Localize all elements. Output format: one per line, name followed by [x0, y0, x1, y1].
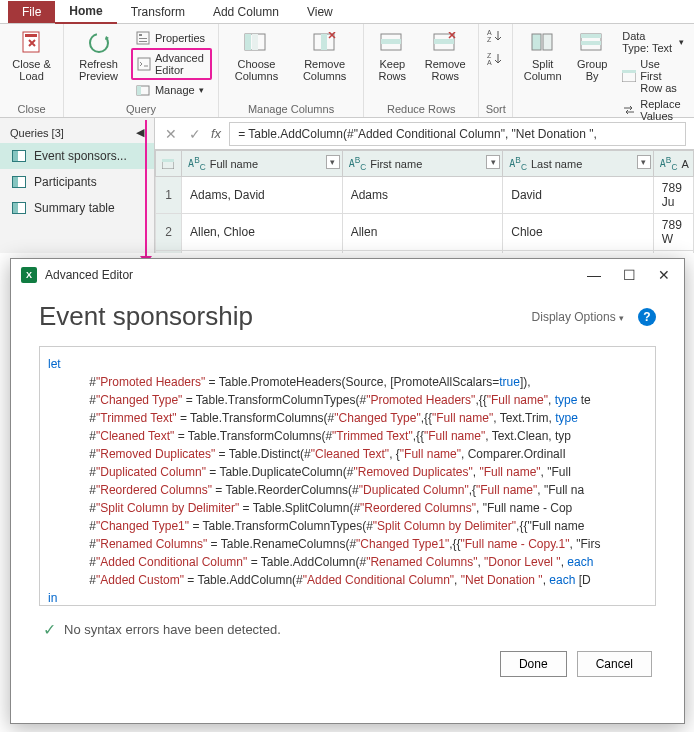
svg-rect-18 — [434, 39, 454, 44]
first-row-label: Use First Row as — [640, 58, 684, 94]
group-by-button[interactable]: Group By — [570, 28, 614, 84]
replace-icon — [622, 102, 636, 118]
advanced-editor-button[interactable]: Advanced Editor — [131, 48, 212, 80]
dialog-titlebar: X Advanced Editor — ☐ ✕ — [11, 259, 684, 291]
sort-desc-button[interactable]: ZA — [487, 51, 505, 70]
svg-rect-6 — [139, 41, 147, 42]
collapse-icon[interactable]: ◀ — [136, 126, 144, 139]
tab-add-column[interactable]: Add Column — [199, 1, 293, 23]
check-icon: ✓ — [43, 620, 56, 639]
choose-columns-button[interactable]: Choose Columns — [225, 28, 288, 84]
manage-button[interactable]: Manage ▾ — [131, 80, 212, 100]
refresh-preview-button[interactable]: Refresh Preview — [70, 28, 127, 84]
svg-text:A: A — [487, 29, 492, 36]
table-row[interactable]: 1Adams, DavidAdamsDavid789 Ju — [156, 177, 694, 214]
remove-columns-icon — [312, 30, 338, 56]
query-participants[interactable]: Participants — [0, 169, 154, 195]
svg-rect-24 — [543, 34, 552, 50]
table-row[interactable]: 2Allen, ChloeAllenChloe789 W — [156, 214, 694, 251]
first-row-icon — [622, 68, 636, 84]
table-icon — [12, 202, 26, 214]
col-header-lastname[interactable]: ABCLast name▾ — [503, 151, 654, 177]
query-label: Summary table — [34, 201, 115, 215]
query-summary-table[interactable]: Summary table — [0, 195, 154, 221]
close-load-button[interactable]: Close & Load — [6, 28, 57, 84]
annotation-arrow — [145, 120, 147, 260]
queries-header[interactable]: Queries [3] ◀ — [0, 122, 154, 143]
svg-rect-23 — [532, 34, 541, 50]
data-type-label: Data Type: Text — [622, 30, 675, 54]
status-text: No syntax errors have been detected. — [64, 622, 281, 637]
data-grid-area: ✕ ✓ fx = Table.AddColumn(#"Added Conditi… — [155, 118, 694, 253]
done-button[interactable]: Done — [500, 651, 567, 677]
minimize-button[interactable]: — — [583, 265, 605, 285]
svg-rect-5 — [139, 38, 147, 39]
svg-rect-12 — [252, 34, 258, 50]
table-icon — [12, 176, 26, 188]
svg-rect-26 — [581, 34, 601, 38]
fx-icon[interactable]: fx — [211, 126, 221, 141]
help-icon[interactable]: ? — [638, 308, 656, 326]
close-button[interactable]: ✕ — [654, 265, 674, 285]
refresh-label: Refresh Preview — [74, 58, 123, 82]
col-header-partial[interactable]: ABCA — [653, 151, 693, 177]
group-by-icon — [579, 30, 605, 56]
remove-rows-icon — [432, 30, 458, 56]
data-type-button[interactable]: Data Type: Text ▾ — [618, 28, 688, 56]
code-editor[interactable]: let #"Promoted Headers" = Table.PromoteH… — [39, 346, 656, 606]
col-header-fullname[interactable]: ABCFull name▾ — [182, 151, 343, 177]
close-load-icon — [19, 30, 45, 56]
tab-file[interactable]: File — [8, 1, 55, 23]
sort-asc-button[interactable]: AZ — [487, 28, 505, 47]
keep-rows-button[interactable]: Keep Rows — [370, 28, 414, 84]
group-sort-label: Sort — [485, 101, 506, 115]
svg-rect-7 — [138, 58, 150, 70]
tab-view[interactable]: View — [293, 1, 347, 23]
query-event-sponsors[interactable]: Event sponsors... — [0, 143, 154, 169]
table-icon — [12, 150, 26, 162]
properties-button[interactable]: Properties — [131, 28, 212, 48]
tab-home[interactable]: Home — [55, 0, 116, 24]
group-manage-columns-label: Manage Columns — [225, 101, 357, 115]
close-load-label: Close & Load — [10, 58, 53, 82]
keep-rows-label: Keep Rows — [374, 58, 410, 82]
svg-rect-16 — [381, 39, 401, 44]
choose-columns-label: Choose Columns — [229, 58, 284, 82]
query-label: Participants — [34, 175, 97, 189]
remove-columns-button[interactable]: Remove Columns — [292, 28, 357, 84]
first-row-headers-button[interactable]: Use First Row as — [618, 56, 688, 96]
svg-text:Z: Z — [487, 36, 492, 43]
tab-transform[interactable]: Transform — [117, 1, 199, 23]
cancel-button[interactable]: Cancel — [577, 651, 652, 677]
split-column-button[interactable]: Split Column — [519, 28, 566, 84]
remove-rows-button[interactable]: Remove Rows — [418, 28, 472, 84]
remove-rows-label: Remove Rows — [422, 58, 468, 82]
accept-icon[interactable]: ✓ — [187, 126, 203, 142]
svg-rect-29 — [622, 70, 636, 73]
formula-bar: ✕ ✓ fx = Table.AddColumn(#"Added Conditi… — [155, 118, 694, 150]
formula-input[interactable]: = Table.AddColumn(#"Added Conditional Co… — [229, 122, 686, 146]
table-row[interactable]: 3Anderson, MichaelAndersonMichael89 Bir — [156, 251, 694, 253]
ribbon-tabs: File Home Transform Add Column View — [0, 0, 694, 24]
group-query-label: Query — [70, 101, 212, 115]
data-grid: ABCFull name▾ ABCFirst name▾ ABCLast nam… — [155, 150, 694, 253]
remove-columns-label: Remove Columns — [296, 58, 353, 82]
svg-rect-1 — [25, 34, 37, 37]
filter-icon[interactable]: ▾ — [326, 155, 340, 169]
query-name-heading: Event sponsorship — [39, 301, 253, 332]
manage-label: Manage — [155, 84, 195, 96]
corner-cell[interactable] — [156, 151, 182, 177]
maximize-button[interactable]: ☐ — [619, 265, 640, 285]
filter-icon[interactable]: ▾ — [486, 155, 500, 169]
col-header-firstname[interactable]: ABCFirst name▾ — [342, 151, 503, 177]
queries-count-label: Queries [3] — [10, 127, 64, 139]
cancel-icon[interactable]: ✕ — [163, 126, 179, 142]
display-options-button[interactable]: Display Options ▾ — [532, 310, 624, 324]
filter-icon[interactable]: ▾ — [637, 155, 651, 169]
svg-rect-14 — [321, 34, 327, 50]
properties-label: Properties — [155, 32, 205, 44]
queries-panel: Queries [3] ◀ Event sponsors... Particip… — [0, 118, 155, 253]
advanced-editor-dialog: X Advanced Editor — ☐ ✕ Event sponsorshi… — [10, 258, 685, 724]
svg-point-2 — [90, 34, 108, 52]
svg-text:Z: Z — [487, 52, 492, 59]
